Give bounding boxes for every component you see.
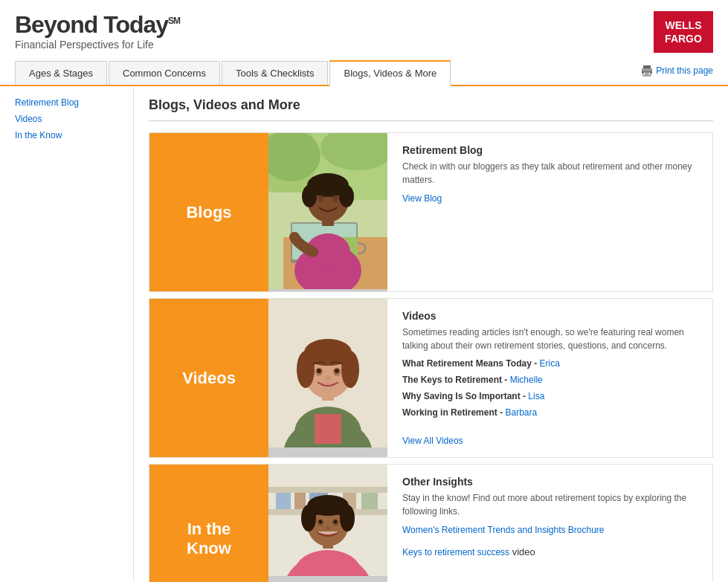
intheknow-image: [268, 465, 387, 582]
site-subtitle: Financial Perspectives for Life: [15, 39, 180, 51]
intheknow-label-text: In the Know: [187, 520, 231, 558]
page-title: Blogs, Videos and More: [149, 97, 713, 121]
logo-area: Beyond TodaySM Financial Perspectives fo…: [15, 11, 180, 51]
print-label: Print this page: [656, 65, 713, 76]
nav-row: Ages & Stages Common Concerns Tools & Ch…: [0, 60, 728, 86]
sidebar: Retirement Blog Videos In the Know: [0, 86, 134, 582]
svg-rect-42: [268, 487, 387, 493]
svg-point-22: [318, 195, 323, 202]
svg-point-55: [340, 505, 355, 531]
tab-tools-checklists[interactable]: Tools & Checklists: [222, 61, 328, 85]
svg-point-37: [317, 369, 321, 373]
content-area: Blogs, Videos and More Blogs: [134, 86, 728, 582]
svg-rect-45: [294, 493, 306, 509]
print-icon: [641, 65, 653, 77]
videos-photo: [268, 299, 387, 447]
svg-rect-5: [645, 74, 649, 75]
svg-rect-2: [643, 72, 651, 76]
print-link[interactable]: Print this page: [641, 65, 728, 81]
video-link-lisa[interactable]: Lisa: [528, 391, 544, 401]
videos-image: [268, 299, 387, 457]
intheknow-link2-area: Keys to retirement success video: [402, 546, 535, 557]
intheknow-link2[interactable]: Keys to retirement success: [402, 547, 509, 557]
video-item-michelle-prefix: The Keys to Retirement -: [402, 375, 510, 385]
blogs-view-link[interactable]: View Blog: [402, 193, 442, 204]
svg-point-59: [334, 520, 338, 524]
svg-point-20: [302, 185, 317, 207]
video-link-michelle[interactable]: Michelle: [510, 375, 543, 385]
video-item-barbara: Working in Retirement - Barbara: [402, 407, 698, 418]
wf-line2: FARGO: [665, 33, 702, 45]
wells-fargo-logo: WELLS FARGO: [654, 11, 713, 53]
blogs-label-text: Blogs: [186, 203, 231, 222]
video-item-michelle: The Keys to Retirement - Michelle: [402, 375, 698, 385]
svg-point-21: [339, 185, 354, 207]
intheknow-content: Other Insights Stay in the know! Find ou…: [387, 465, 712, 582]
blog-photo: [268, 133, 387, 289]
svg-point-54: [301, 505, 316, 531]
blogs-section: Blogs: [149, 132, 713, 292]
intheknow-heading: Other Insights: [402, 476, 698, 488]
blogs-description: Check in with our bloggers as they talk …: [402, 160, 698, 187]
intheknow-description: Stay in the know! Find out more about re…: [402, 491, 698, 518]
blogs-image: [268, 133, 387, 291]
svg-rect-3: [642, 68, 652, 71]
video-link-erica[interactable]: Erica: [539, 358, 559, 369]
main-content: Retirement Blog Videos In the Know Blogs…: [0, 86, 728, 582]
video-item-barbara-prefix: Working in Retirement -: [402, 407, 505, 418]
svg-point-58: [319, 520, 323, 524]
video-item-lisa: Why Saving Is So Important - Lisa: [402, 391, 698, 401]
svg-point-38: [335, 369, 339, 373]
svg-point-34: [307, 348, 349, 366]
videos-description: Sometimes reading articles isn't enough,…: [402, 326, 698, 352]
sidebar-link-videos[interactable]: Videos: [15, 114, 118, 124]
videos-content: Videos Sometimes reading articles isn't …: [387, 299, 712, 457]
videos-heading: Videos: [402, 310, 698, 322]
svg-rect-44: [276, 493, 291, 509]
svg-rect-28: [315, 414, 341, 444]
video-link-barbara[interactable]: Barbara: [505, 407, 537, 418]
video-item-erica-prefix: What Retirement Means Today -: [402, 358, 539, 369]
svg-point-39: [325, 375, 331, 380]
intheknow-label: In the Know: [149, 465, 268, 582]
svg-point-23: [332, 195, 338, 202]
blogs-content: Retirement Blog Check in with our blogge…: [387, 133, 712, 291]
videos-section: Videos: [149, 298, 713, 458]
sidebar-link-blog[interactable]: Retirement Blog: [15, 97, 118, 108]
title-sup: SM: [168, 16, 180, 26]
svg-point-60: [326, 526, 331, 530]
wf-line1: WELLS: [666, 19, 702, 31]
view-all-videos-link[interactable]: View All Videos: [402, 436, 463, 446]
videos-label: Videos: [149, 299, 268, 457]
intheknow-section: In the Know: [149, 464, 713, 582]
nav-tabs: Ages & Stages Common Concerns Tools & Ch…: [0, 60, 641, 85]
videos-label-text: Videos: [182, 369, 236, 388]
video-item-erica: What Retirement Means Today - Erica: [402, 358, 698, 369]
intheknow-link1[interactable]: Women's Retirement Trends and Insights B…: [402, 525, 605, 535]
site-title: Beyond TodaySM: [15, 11, 180, 39]
blogs-label: Blogs: [149, 133, 268, 291]
title-text: Beyond Today: [15, 11, 168, 38]
tab-ages-stages[interactable]: Ages & Stages: [15, 61, 107, 85]
intheknow-photo: [268, 465, 387, 576]
tab-common-concerns[interactable]: Common Concerns: [109, 61, 220, 85]
blogs-heading: Retirement Blog: [402, 144, 698, 156]
video-item-lisa-prefix: Why Saving Is So Important -: [402, 391, 528, 401]
tab-blogs-videos[interactable]: Blogs, Videos & More: [329, 60, 451, 86]
intheknow-link2-suffix: video: [509, 546, 535, 557]
svg-rect-4: [645, 73, 649, 74]
svg-rect-48: [361, 493, 378, 509]
sidebar-link-intheknow[interactable]: In the Know: [15, 130, 118, 140]
